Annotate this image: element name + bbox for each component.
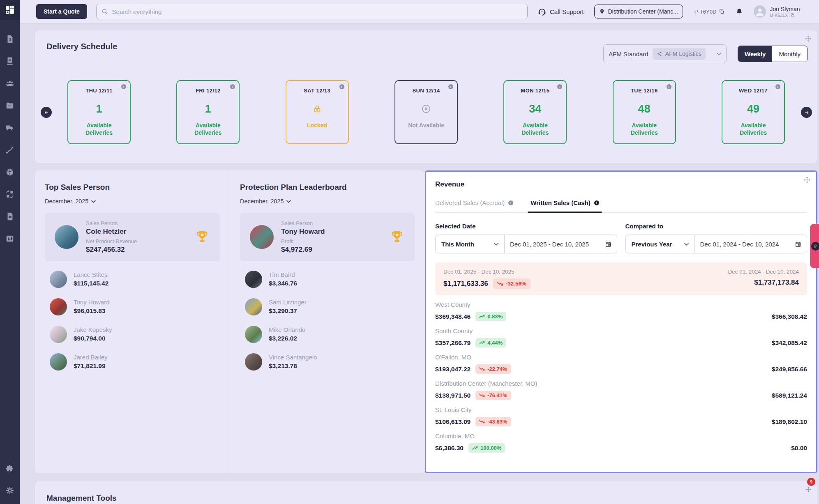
change-value: 100.00% bbox=[480, 445, 501, 451]
day-label: THU 12/11 bbox=[68, 87, 130, 94]
day-label: TUE 12/16 bbox=[614, 87, 675, 94]
protection-plan-leader: Sales Person Tony Howard Profit $4,972.6… bbox=[240, 213, 415, 261]
quote-code: P-T6Y0D bbox=[694, 9, 724, 15]
revenue-tabs: Delivered Sales (Accrual) i Written Sale… bbox=[435, 199, 807, 213]
info-icon[interactable]: i bbox=[339, 84, 344, 89]
day-card[interactable]: i TUE 12/16 48 Available Deliveries bbox=[613, 80, 676, 144]
invoice-dollar-icon: $ bbox=[5, 35, 14, 44]
salesperson-value: $3,226.02 bbox=[269, 335, 305, 342]
selected-date-group: This Month Dec 01, 2025 - Dec 10, 2025 bbox=[435, 235, 617, 253]
chevron-down-icon bbox=[286, 200, 291, 203]
info-icon[interactable]: i bbox=[775, 84, 780, 89]
compared-preset-select[interactable]: Previous Year bbox=[625, 235, 694, 253]
compared-to-group: Previous Year Dec 01, 2024 - Dec 10, 202… bbox=[625, 235, 807, 253]
info-icon[interactable]: i bbox=[667, 84, 671, 89]
region-current-value: $369,348.46 bbox=[435, 313, 471, 320]
start-quote-button[interactable]: Start a Quote bbox=[36, 4, 87, 19]
sidebar-item-quotes[interactable]: $ bbox=[5, 35, 14, 44]
day-label: SAT 12/13 bbox=[286, 87, 348, 94]
day-card[interactable]: i FRI 12/12 1 Available Deliveries bbox=[176, 80, 240, 144]
day-label: MON 12/15 bbox=[504, 87, 566, 94]
day-card[interactable]: i SUN 12/14 Not Available bbox=[395, 80, 458, 144]
call-support-button[interactable]: Call Support bbox=[538, 7, 584, 16]
sidebar-item-orders[interactable] bbox=[5, 57, 14, 66]
tab-written-sales[interactable]: Written Sales (Cash) i bbox=[531, 199, 599, 212]
salesperson-name: Tim Baird bbox=[269, 271, 297, 278]
notifications-bell[interactable] bbox=[736, 7, 743, 16]
region-name: South County bbox=[435, 327, 807, 334]
copy-icon[interactable] bbox=[790, 13, 795, 18]
sidebar-item-settings[interactable] bbox=[5, 486, 14, 495]
sidebar-item-documents[interactable] bbox=[5, 212, 14, 221]
package-icon bbox=[5, 168, 14, 177]
protection-plan-period-select[interactable]: December, 2025 bbox=[240, 198, 291, 205]
summary-previous-period: Dec 01, 2024 - Dec 10, 2024 bbox=[728, 269, 799, 275]
app-logo[interactable] bbox=[0, 0, 20, 20]
compared-date-range-input[interactable]: Dec 01, 2024 - Dec 10, 2024 bbox=[694, 235, 807, 253]
sidebar-item-routes[interactable] bbox=[5, 145, 14, 154]
region-previous-value: $342,085.42 bbox=[772, 339, 807, 347]
location-selector-button[interactable]: Distribution Center (Manc... bbox=[594, 5, 683, 18]
tab-delivered-sales[interactable]: Delivered Sales (Accrual) i bbox=[435, 199, 513, 212]
sidebar-item-files[interactable] bbox=[5, 101, 14, 110]
copy-icon[interactable] bbox=[719, 9, 724, 14]
drag-handle-icon[interactable] bbox=[805, 35, 812, 42]
day-label: FRI 12/12 bbox=[177, 87, 239, 94]
list-item: Sam Litzinger$3,290.37 bbox=[240, 293, 415, 320]
change-value: 0.83% bbox=[487, 313, 503, 320]
leader-value: $4,972.69 bbox=[281, 246, 325, 254]
sidebar-item-reports[interactable] bbox=[5, 234, 14, 243]
notification-count-badge[interactable]: 9 bbox=[807, 478, 815, 486]
sidebar-item-customers[interactable] bbox=[5, 79, 14, 88]
leader-value: $247,456.32 bbox=[86, 246, 137, 254]
day-card[interactable]: i THU 12/11 1 Available Deliveries bbox=[67, 80, 131, 144]
drag-handle-icon[interactable] bbox=[805, 486, 812, 492]
info-icon[interactable]: i bbox=[594, 200, 599, 205]
delivery-profile-select[interactable]: AFM Standard AFM Logistics bbox=[603, 44, 727, 63]
table-row: O'Fallon, MO $193,047.22 -22.74% $249,85… bbox=[435, 354, 807, 374]
feedback-side-tab[interactable] bbox=[810, 224, 819, 268]
user-avatar bbox=[754, 5, 766, 18]
info-icon[interactable]: i bbox=[508, 200, 513, 205]
delivery-schedule-card: Delivery Schedule AFM Standard AFM Logis… bbox=[35, 30, 817, 163]
monthly-toggle-button[interactable]: Monthly bbox=[772, 46, 807, 62]
salesperson-name: Lance Stites bbox=[74, 271, 108, 278]
selected-preset-select[interactable]: This Month bbox=[435, 235, 504, 253]
trend-down-icon bbox=[479, 420, 485, 423]
trend-up-icon bbox=[479, 341, 485, 345]
salesperson-value: $96,015.83 bbox=[74, 307, 110, 315]
info-icon[interactable]: i bbox=[121, 84, 126, 89]
table-row: St. Louis City $106,613.09 -43.83% $189,… bbox=[435, 406, 807, 426]
day-caption: Available Deliveries bbox=[68, 122, 130, 136]
chevron-down-icon bbox=[717, 53, 721, 55]
salesperson-name: Jared Bailey bbox=[74, 354, 108, 361]
weekly-toggle-button[interactable]: Weekly bbox=[738, 46, 772, 62]
day-card[interactable]: i MON 12/15 34 Available Deliveries bbox=[503, 80, 567, 144]
selected-date-range-input[interactable]: Dec 01, 2025 - Dec 10, 2025 bbox=[504, 235, 617, 253]
revenue-card[interactable]: Revenue Delivered Sales (Accrual) i Writ… bbox=[425, 170, 817, 473]
day-card[interactable]: i SAT 12/13 Locked bbox=[286, 80, 349, 144]
profile-label: AFM Standard bbox=[609, 51, 648, 58]
user-menu[interactable]: Jon Slyman U-K6J1X bbox=[754, 5, 800, 18]
sidebar-item-inventory[interactable] bbox=[5, 168, 14, 177]
sidebar-item-integrations[interactable] bbox=[5, 464, 14, 473]
info-icon[interactable]: i bbox=[448, 84, 453, 89]
avatar bbox=[245, 271, 262, 288]
summary-current-period: Dec 01, 2025 - Dec 10, 2025 bbox=[443, 269, 531, 275]
global-search[interactable] bbox=[96, 4, 528, 19]
search-input[interactable] bbox=[111, 8, 522, 16]
day-card[interactable]: i WED 12/17 49 Available Deliveries bbox=[722, 80, 785, 144]
person-icon bbox=[754, 5, 766, 18]
receipt-icon bbox=[5, 57, 14, 66]
sidebar-item-deliveries[interactable] bbox=[5, 123, 14, 132]
top-sales-panel: Top Sales Person December, 2025 Sales Pe… bbox=[35, 170, 230, 473]
profile-tag: AFM Logistics bbox=[653, 48, 706, 60]
sidebar-item-transfers[interactable] bbox=[5, 190, 14, 199]
list-item: Vince Santangelo$3,213.78 bbox=[240, 348, 415, 375]
top-sales-period-select[interactable]: December, 2025 bbox=[45, 198, 96, 205]
profile-tag-label: AFM Logistics bbox=[665, 51, 701, 57]
drag-handle-icon[interactable] bbox=[804, 177, 810, 183]
day-label: SUN 12/14 bbox=[395, 87, 457, 94]
top-sales-list: Lance Stites$115,145.42 Tony Howard$96,0… bbox=[45, 265, 220, 375]
trend-up-icon bbox=[472, 446, 478, 450]
